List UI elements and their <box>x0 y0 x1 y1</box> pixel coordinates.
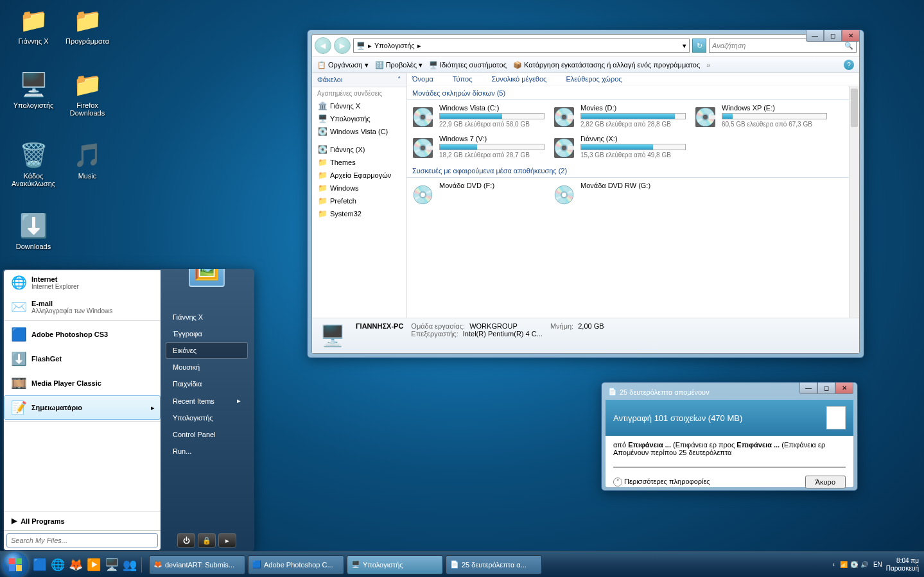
copy-dialog: — ◻ ✕ 📄 25 δευτερόλεπτα απομένουν Αντιγρ… <box>601 382 858 491</box>
favorites-header: Αγαπημένες συνδέσεις <box>312 87 406 99</box>
drive-item[interactable]: 💿Μονάδα DVD RW (G:) <box>551 182 686 207</box>
tree-item[interactable]: 📁Windows <box>312 182 406 194</box>
group-hard-drives[interactable]: Μονάδες σκληρών δίσκων (5) ˄ <box>407 87 859 100</box>
clock[interactable]: 8:04 πμ Παρασκευή <box>886 557 919 573</box>
start-search-input[interactable] <box>6 533 158 547</box>
maximize-button[interactable]: ◻ <box>817 383 835 394</box>
quicklaunch-item[interactable]: 🟦 <box>31 555 49 574</box>
task-icon: 🦊 <box>153 560 162 569</box>
tree-item[interactable]: 🖥️Υπολογιστής <box>312 112 406 125</box>
start-menu-right-item[interactable]: Έγγραφα <box>166 325 248 342</box>
desktop-icon[interactable]: 🗑️Κάδος Ανακύκλωσης <box>8 140 59 187</box>
quicklaunch-item[interactable]: 👥 <box>121 555 139 574</box>
desktop-icon[interactable]: 🖥️Υπολογιστής <box>8 69 59 109</box>
tree-item[interactable]: 📁System32 <box>312 207 406 220</box>
app-icon: 🎞️ <box>10 374 28 392</box>
views-button[interactable]: 🔠 Προβολές ▾ <box>375 61 423 69</box>
start-menu-right-item[interactable]: Υπολογιστής <box>166 409 248 426</box>
start-menu-right-item[interactable]: Εικόνες <box>166 342 248 359</box>
desktop-icon[interactable]: 📁Γιάννης X <box>8 5 59 45</box>
uninstall-button[interactable]: 📦 Κατάργηση εγκατάστασης ή αλλαγή ενός π… <box>513 61 700 69</box>
more-info-toggle[interactable]: ˅ Περισσότερες πληροφορίες <box>613 478 710 487</box>
close-button[interactable]: ✕ <box>842 30 860 42</box>
tree-item[interactable]: 💽Γιάννης (X) <box>312 143 406 156</box>
address-bar[interactable]: 🖥️ ▸ Υπολογιστής ▸ ▾ <box>353 39 690 53</box>
tray-expand[interactable]: ‹ <box>833 561 835 568</box>
power-button[interactable]: ⏻ <box>177 533 195 547</box>
start-menu-right-item[interactable]: Γιάννης X <box>166 309 248 325</box>
taskbar-task[interactable]: 📄25 δευτερόλεπτα α... <box>446 555 542 574</box>
tree-icon: 🖥️ <box>317 114 327 124</box>
tray-icon[interactable]: 🔊 <box>860 561 868 568</box>
quicklaunch-item[interactable]: 🦊 <box>67 555 85 574</box>
start-menu-right-item[interactable]: Recent Items▸ <box>166 392 248 409</box>
breadcrumb[interactable]: Υπολογιστής <box>374 42 415 49</box>
computer-icon: 🖥️ <box>317 322 348 349</box>
drive-item[interactable]: 💽Movies (D:)2,82 GB ελεύθερα από 28,8 GB <box>551 104 686 130</box>
start-menu-right-item[interactable]: Παιχνίδια <box>166 375 248 392</box>
drive-item[interactable]: 💽Γιάννης (X:)15,3 GB ελεύθερα από 49,8 G… <box>551 135 686 160</box>
start-menu-item[interactable]: 📝Σημειωματάριο▸ <box>4 395 161 420</box>
start-menu-item[interactable]: ✉️E-mailΑλληλογραφία των Windows <box>4 295 161 319</box>
taskbar-task[interactable]: 🟦Adobe Photoshop C... <box>248 555 344 574</box>
user-avatar[interactable]: 🖼️ <box>189 269 225 287</box>
scrollbar[interactable] <box>849 86 859 318</box>
lock-button[interactable]: 🔒 <box>198 533 216 547</box>
desktop-icon[interactable]: 📁Firefox Downloads <box>62 69 113 117</box>
column-header[interactable]: Συνολικό μέγεθος <box>491 75 546 83</box>
refresh-button[interactable]: ↻ <box>692 39 706 53</box>
drive-item[interactable]: 💽Windows XP (E:)60,5 GB ελεύθερα από 67,… <box>692 104 827 130</box>
column-header[interactable]: Ελεύθερος χώρος <box>566 75 622 83</box>
start-menu-right-item[interactable]: Run... <box>166 443 248 460</box>
start-menu: 🌐InternetInternet Explorer✉️E-mailΑλληλο… <box>3 269 254 551</box>
tree-item[interactable]: 🏛️Γιάννης X <box>312 99 406 112</box>
tree-item[interactable]: 📁Themes <box>312 156 406 169</box>
quicklaunch-item[interactable]: ▶️ <box>85 555 103 574</box>
start-menu-right-item[interactable]: Control Panel <box>166 426 248 443</box>
minimize-button[interactable]: — <box>806 30 824 42</box>
tray-icon[interactable]: 📶 <box>840 561 848 568</box>
drive-item[interactable]: 💽Windows 7 (V:)18,2 GB ελεύθερα από 28,7… <box>410 135 545 160</box>
quicklaunch-item[interactable]: 🖥️ <box>103 555 121 574</box>
column-header[interactable]: Τύπος <box>453 75 473 83</box>
folders-header[interactable]: Φάκελοι˄ <box>312 73 406 87</box>
tray-icon[interactable]: 💽 <box>850 561 858 568</box>
desktop-icon[interactable]: ⬇️Downloads <box>8 211 59 250</box>
close-button[interactable]: ✕ <box>835 383 853 394</box>
quicklaunch-item[interactable]: 🌐 <box>49 555 67 574</box>
γιάννης-x-icon: 📁 <box>18 5 49 36</box>
system-properties-button[interactable]: 🖥️ Ιδιότητες συστήματος <box>429 61 507 69</box>
taskbar-task[interactable]: 🦊deviantART: Submis... <box>149 555 245 574</box>
tree-item[interactable]: 📁Prefetch <box>312 194 406 207</box>
drive-icon: 💽 <box>551 104 577 130</box>
start-menu-item[interactable]: 🟦Adobe Photoshop CS3 <box>4 322 161 347</box>
group-removable[interactable]: Συσκευές με αφαιρούμενα μέσα αποθήκευσης… <box>407 164 859 178</box>
all-programs[interactable]: ▶ All Programs <box>4 511 161 530</box>
tree-item[interactable]: 💽Windows Vista (C) <box>312 125 406 138</box>
cancel-button[interactable]: Άκυρο <box>805 476 846 488</box>
taskbar-task[interactable]: 🖥️Υπολογιστής <box>347 555 443 574</box>
start-menu-item[interactable]: 🌐InternetInternet Explorer <box>4 270 161 295</box>
nav-back-button[interactable]: ◄ <box>315 37 331 54</box>
start-menu-item[interactable]: ⬇️FlashGet <box>4 347 161 371</box>
start-menu-item[interactable]: 🎞️Media Player Classic <box>4 371 161 395</box>
start-menu-right-item[interactable]: Μουσική <box>166 359 248 375</box>
help-button[interactable]: ? <box>844 60 854 70</box>
προγράμματα-icon: 📁 <box>72 5 103 36</box>
tree-item[interactable]: 📁Αρχεία Εφαρμογών <box>312 169 406 182</box>
language-indicator[interactable]: EN <box>873 561 882 568</box>
power-options-button[interactable]: ▸ <box>218 533 236 547</box>
minimize-button[interactable]: — <box>799 383 817 394</box>
organize-button[interactable]: 📋 Οργάνωση ▾ <box>317 61 369 69</box>
column-header[interactable]: Όνομα <box>412 75 433 83</box>
drive-icon: 💽 <box>410 135 435 160</box>
κάδος-ανακύκλωσης-icon: 🗑️ <box>18 140 49 171</box>
maximize-button[interactable]: ◻ <box>824 30 842 42</box>
desktop-icon[interactable]: 📁Προγράμματα <box>62 5 113 45</box>
nav-forward-button[interactable]: ► <box>334 37 351 54</box>
desktop-icon[interactable]: 🎵Music <box>62 140 113 180</box>
start-button[interactable] <box>3 552 28 578</box>
drive-item[interactable]: 💿Μονάδα DVD (F:) <box>410 182 545 207</box>
tree-icon: 💽 <box>317 126 327 137</box>
drive-item[interactable]: 💽Windows Vista (C:)22,9 GB ελεύθερα από … <box>410 104 545 130</box>
